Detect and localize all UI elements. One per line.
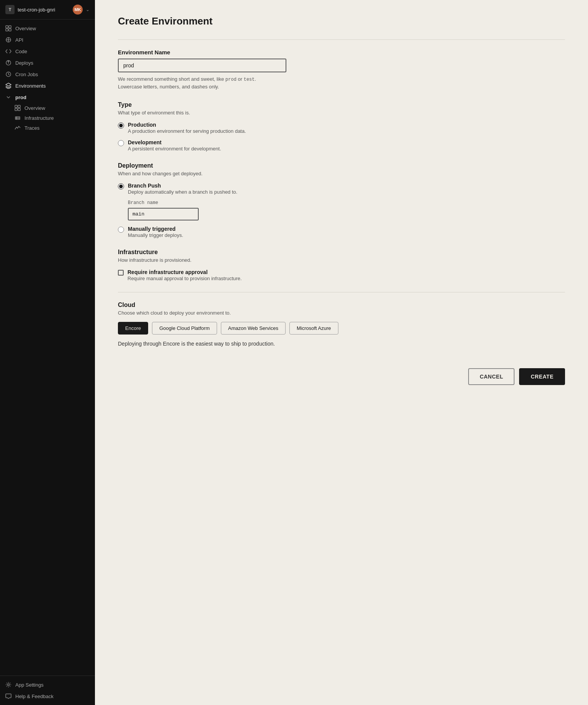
sidebar-item-code[interactable]: Code [0, 46, 95, 57]
sidebar-item-label: Cron Jobs [15, 72, 38, 77]
project-icon: T [5, 5, 15, 14]
cancel-button[interactable]: CANCEL [468, 368, 514, 385]
cloud-btn-azure[interactable]: Microsoft Azure [289, 322, 338, 335]
sidebar-item-api[interactable]: API [0, 34, 95, 46]
svg-rect-13 [15, 108, 17, 111]
sidebar-item-deploys[interactable]: Deploys [0, 57, 95, 69]
create-button[interactable]: CREATE [519, 368, 565, 385]
middle-divider [118, 292, 565, 292]
deployment-option-manual[interactable]: Manually triggered Manually trigger depl… [118, 226, 565, 238]
grid-icon [5, 25, 11, 31]
sidebar-footer: App Settings Help & Feedback [0, 676, 95, 705]
sidebar-item-prod[interactable]: prod [0, 91, 95, 103]
api-icon [5, 37, 11, 43]
type-production-title: Production [128, 122, 246, 128]
infra-approval-checkbox[interactable] [118, 270, 124, 276]
type-radio-development[interactable] [118, 140, 124, 146]
traces-icon [15, 125, 21, 131]
svg-rect-14 [18, 108, 20, 111]
deployment-section-label: Deployment [118, 162, 565, 169]
avatar: MK [73, 5, 83, 15]
sidebar-item-prod-traces[interactable]: Traces [11, 123, 95, 133]
chevron-down-icon [5, 94, 11, 100]
sidebar-item-environments[interactable]: Environments [0, 80, 95, 91]
chevron-down-icon: ⌄ [86, 7, 90, 12]
type-option-development[interactable]: Development A persistent environment for… [118, 139, 565, 152]
deployment-option-branch-push[interactable]: Branch Push Deploy automatically when a … [118, 183, 565, 195]
svg-rect-1 [9, 26, 11, 28]
cloud-encore-desc: Deploying through Encore is the easiest … [118, 341, 565, 347]
page-title: Create Environment [118, 15, 565, 27]
sidebar-item-label: API [15, 37, 23, 43]
sidebar-item-overview[interactable]: Overview [0, 23, 95, 34]
main-content: Create Environment Environment Name We r… [95, 0, 588, 705]
sidebar: T test-cron-job-gnri MK ⌄ Overview API [0, 0, 95, 705]
type-development-desc: A persistent environment for development… [128, 146, 221, 152]
cloud-btn-aws[interactable]: Amazon Web Services [221, 322, 286, 335]
sidebar-header[interactable]: T test-cron-job-gnri MK ⌄ [0, 0, 95, 20]
svg-point-19 [8, 684, 10, 686]
sidebar-item-label: App Settings [15, 682, 44, 688]
sidebar-item-label: Overview [15, 26, 36, 31]
svg-point-18 [16, 119, 17, 119]
action-bar: CANCEL CREATE [118, 359, 565, 391]
type-production-desc: A production environment for serving pro… [128, 128, 246, 134]
infra-approval-option[interactable]: Require infrastructure approval Require … [118, 269, 565, 281]
sidebar-item-label: Overview [24, 105, 45, 111]
type-option-production[interactable]: Production A production environment for … [118, 122, 565, 134]
svg-rect-0 [6, 26, 8, 28]
branch-name-label: Branch name [128, 200, 565, 206]
gear-icon [5, 682, 11, 688]
svg-rect-11 [15, 105, 17, 108]
type-section-label: Type [118, 101, 565, 108]
branch-name-input[interactable] [128, 208, 199, 220]
svg-rect-12 [18, 105, 20, 108]
cloud-buttons: Encore Google Cloud Platform Amazon Web … [118, 322, 565, 335]
sidebar-item-label: Deploys [15, 60, 33, 66]
deployment-radio-branch-push[interactable] [118, 183, 124, 189]
cloud-btn-encore[interactable]: Encore [118, 322, 148, 335]
infrastructure-section-label: Infrastructure [118, 249, 565, 256]
sidebar-item-cron-jobs[interactable]: Cron Jobs [0, 69, 95, 80]
infra-approval-label: Require infrastructure approval [127, 269, 242, 275]
type-section-desc: What type of environment this is. [118, 110, 565, 116]
sidebar-item-prod-overview[interactable]: Overview [11, 103, 95, 113]
type-development-title: Development [128, 139, 221, 145]
sidebar-item-help-feedback[interactable]: Help & Feedback [0, 690, 95, 702]
svg-rect-3 [9, 29, 11, 31]
cloud-section-label: Cloud [118, 302, 565, 308]
type-radio-group: Production A production environment for … [118, 122, 565, 152]
branch-push-option-container: Branch Push Deploy automatically when a … [118, 183, 565, 220]
deployment-section: Deployment When and how changes get depl… [118, 162, 565, 238]
infrastructure-icon [15, 115, 21, 121]
sidebar-item-label: Environments [15, 83, 46, 89]
deployment-radio-group: Branch Push Deploy automatically when a … [118, 183, 565, 238]
sidebar-item-app-settings[interactable]: App Settings [0, 679, 95, 690]
grid-icon [15, 105, 21, 111]
env-name-input[interactable] [118, 59, 286, 72]
top-divider [118, 39, 565, 40]
layers-icon [5, 83, 11, 89]
infrastructure-section: Infrastructure How infrastructure is pro… [118, 249, 565, 281]
type-section: Type What type of environment this is. P… [118, 101, 565, 152]
cloud-btn-gcp[interactable]: Google Cloud Platform [152, 322, 217, 335]
sidebar-item-label: Code [15, 49, 27, 54]
deploys-icon [5, 60, 11, 66]
env-name-section: Environment Name We recommend something … [118, 49, 565, 91]
sidebar-item-prod-infrastructure[interactable]: Infrastructure [11, 113, 95, 123]
type-radio-production[interactable] [118, 122, 124, 129]
env-name-label: Environment Name [118, 49, 565, 55]
cloud-section-desc: Choose which cloud to deploy your enviro… [118, 310, 565, 316]
cloud-section: Cloud Choose which cloud to deploy your … [118, 302, 565, 347]
sidebar-item-label: Traces [24, 125, 39, 131]
svg-point-17 [16, 117, 17, 118]
sidebar-item-label: prod [15, 95, 26, 100]
manual-trigger-title: Manually triggered [128, 226, 183, 232]
manual-trigger-desc: Manually trigger deploys. [128, 232, 183, 238]
deployment-radio-manual[interactable] [118, 227, 124, 233]
deployment-section-desc: When and how changes get deployed. [118, 171, 565, 176]
sidebar-sub-items: Overview Infrastructure Traces [0, 103, 95, 133]
sidebar-nav: Overview API Code [0, 20, 95, 676]
project-name: test-cron-job-gnri [18, 7, 70, 13]
sidebar-item-label: Help & Feedback [15, 694, 54, 699]
